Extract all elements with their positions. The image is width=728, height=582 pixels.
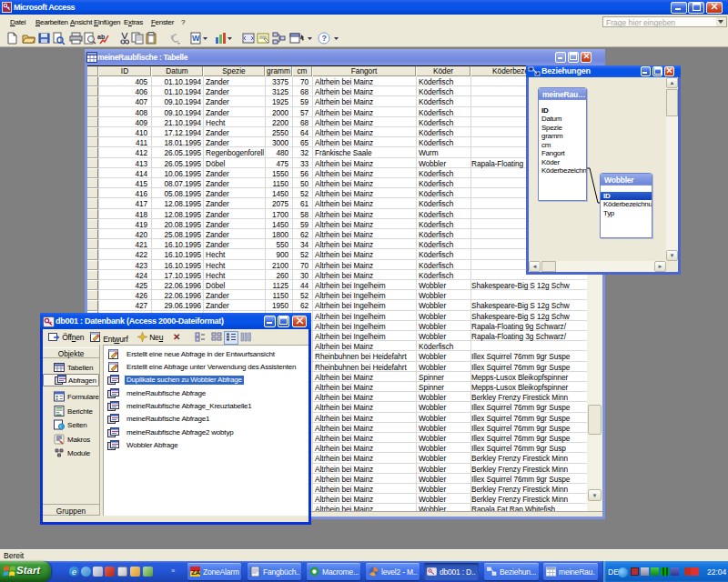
svg-text:?: ? xyxy=(322,34,328,43)
svg-text:ZA: ZA xyxy=(191,568,200,577)
svg-text:W: W xyxy=(192,34,200,43)
svg-text:ab: ab xyxy=(97,34,105,40)
